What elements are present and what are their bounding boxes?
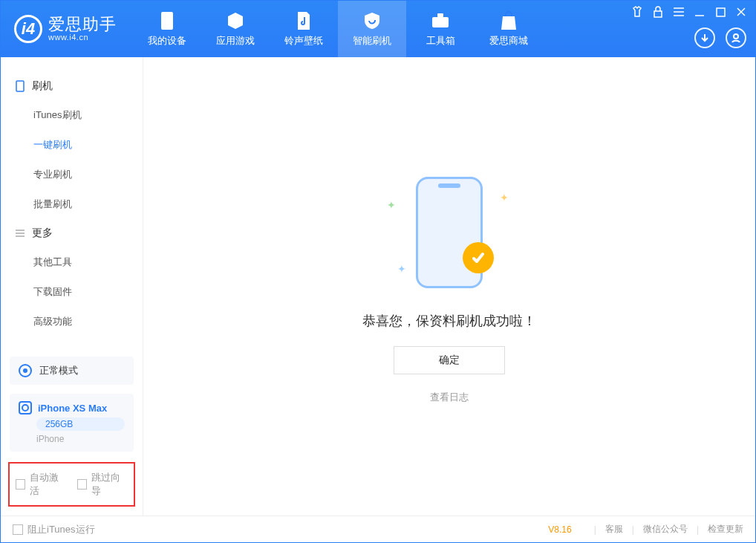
svg-rect-0	[161, 12, 173, 30]
sidebar-item-advanced[interactable]: 高级功能	[1, 307, 143, 336]
ok-button[interactable]: 确定	[394, 346, 505, 374]
mode-box[interactable]: 正常模式	[10, 357, 134, 385]
header-right-actions	[694, 27, 746, 48]
checkbox-auto-activate[interactable]: 自动激活	[16, 471, 67, 498]
nav-my-device[interactable]: 我的设备	[133, 1, 201, 57]
nav-toolbox[interactable]: 工具箱	[406, 1, 475, 57]
phone-icon	[14, 80, 26, 92]
nav-store[interactable]: 爱思商城	[475, 1, 543, 57]
nav-flash[interactable]: 智能刷机	[338, 1, 406, 57]
app-domain: www.i4.cn	[48, 33, 117, 42]
checkbox-block-itunes[interactable]: 阻止iTunes运行	[13, 523, 95, 536]
device-capacity: 256GB	[36, 417, 125, 431]
svg-rect-3	[654, 11, 662, 17]
svg-rect-4	[717, 8, 725, 16]
shirt-icon[interactable]	[630, 5, 644, 19]
device-name: iPhone XS Max	[38, 403, 107, 414]
logo: i4 爱思助手 www.i4.cn	[1, 1, 133, 57]
wechat-link[interactable]: 微信公众号	[643, 523, 688, 536]
footer: 阻止iTunes运行 V8.16 | 客服 | 微信公众号 | 检查更新	[1, 516, 755, 542]
nav-ringtones[interactable]: 铃声壁纸	[270, 1, 338, 57]
window-controls	[630, 5, 748, 19]
checkbox-icon	[16, 479, 25, 490]
sidebar: 刷机 iTunes刷机 一键刷机 专业刷机 批量刷机 更多 其他工具 下载固件 …	[1, 57, 143, 516]
success-illustration: ✦ ✦ ✦	[368, 169, 531, 296]
music-file-icon	[293, 10, 314, 31]
device-sub: iPhone	[36, 434, 125, 444]
close-icon[interactable]	[734, 5, 748, 19]
checkmark-badge-icon	[463, 242, 494, 273]
highlighted-checkbox-row: 自动激活 跳过向导	[8, 462, 135, 507]
checkbox-skip-guide[interactable]: 跳过向导	[77, 471, 128, 498]
version-label: V8.16	[548, 524, 571, 535]
lock-icon[interactable]	[651, 5, 665, 19]
refresh-shield-icon	[362, 10, 382, 31]
sidebar-item-other-tools[interactable]: 其他工具	[1, 247, 143, 277]
body: 刷机 iTunes刷机 一键刷机 专业刷机 批量刷机 更多 其他工具 下载固件 …	[1, 57, 755, 516]
list-icon	[14, 227, 26, 239]
sidebar-item-pro[interactable]: 专业刷机	[1, 160, 143, 189]
app-window: i4 爱思助手 www.i4.cn 我的设备 应用游戏 铃声壁纸 智能刷机	[0, 0, 756, 543]
sidebar-item-oneclick[interactable]: 一键刷机	[1, 130, 143, 160]
mode-icon	[19, 364, 32, 377]
download-button[interactable]	[694, 27, 715, 48]
svg-rect-6	[16, 81, 24, 91]
cube-icon	[225, 10, 246, 31]
support-link[interactable]: 客服	[605, 523, 623, 536]
checkbox-icon	[77, 479, 87, 490]
checkbox-icon	[13, 524, 23, 535]
main-content: ✦ ✦ ✦ 恭喜您，保资料刷机成功啦！ 确定 查看日志	[143, 57, 755, 516]
header: i4 爱思助手 www.i4.cn 我的设备 应用游戏 铃声壁纸 智能刷机	[1, 1, 755, 57]
device-box[interactable]: iPhone XS Max 256GB iPhone	[10, 394, 134, 452]
toolbox-icon	[430, 10, 451, 31]
nav-apps-games[interactable]: 应用游戏	[201, 1, 270, 57]
bag-icon	[498, 10, 519, 31]
maximize-icon[interactable]	[714, 5, 727, 19]
sparkle-icon: ✦	[387, 199, 396, 211]
success-message: 恭喜您，保资料刷机成功啦！	[362, 312, 536, 330]
sparkle-icon: ✦	[500, 192, 509, 204]
minimize-icon[interactable]	[693, 5, 706, 19]
user-button[interactable]	[726, 27, 746, 48]
svg-point-5	[734, 34, 738, 39]
mode-label: 正常模式	[39, 364, 78, 377]
menu-icon[interactable]	[672, 5, 685, 19]
device-icon	[157, 10, 177, 31]
main-nav: 我的设备 应用游戏 铃声壁纸 智能刷机 工具箱 爱思商城	[133, 1, 543, 57]
app-name: 爱思助手	[48, 16, 117, 33]
sidebar-item-batch[interactable]: 批量刷机	[1, 189, 143, 219]
view-log-link[interactable]: 查看日志	[430, 391, 469, 404]
device-small-icon	[19, 401, 32, 414]
sidebar-item-itunes[interactable]: iTunes刷机	[1, 100, 143, 130]
svg-rect-2	[437, 13, 443, 17]
sparkle-icon: ✦	[397, 263, 406, 275]
sidebar-header-more: 更多	[1, 219, 143, 247]
update-link[interactable]: 检查更新	[708, 523, 743, 536]
logo-icon: i4	[14, 15, 42, 43]
sidebar-header-flash: 刷机	[1, 72, 143, 100]
svg-rect-1	[432, 17, 449, 27]
sidebar-item-download-fw[interactable]: 下载固件	[1, 277, 143, 307]
footer-links: | 客服 | 微信公众号 | 检查更新	[585, 523, 743, 536]
